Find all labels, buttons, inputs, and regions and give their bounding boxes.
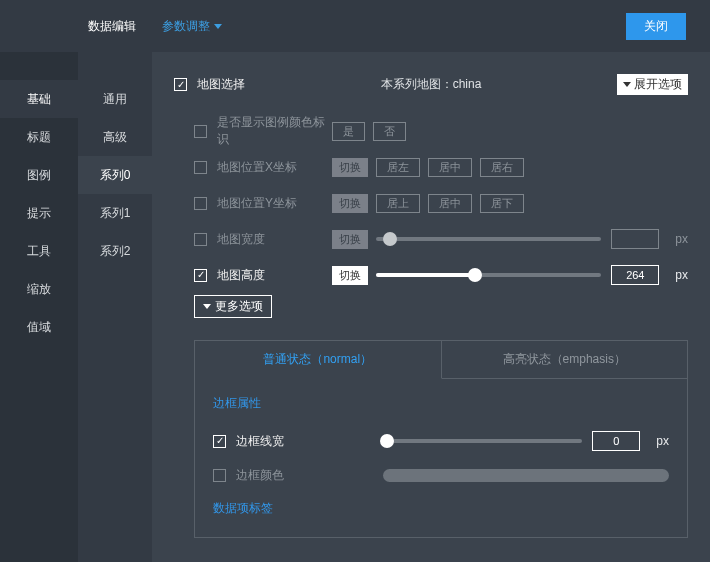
sidebar-item-title[interactable]: 标题 <box>0 118 78 156</box>
btn-toggle-posy[interactable]: 切换 <box>332 194 368 213</box>
row-pos-x: 地图位置X坐标 切换 居左 居中 居右 <box>194 149 688 185</box>
tab-param-label: 参数调整 <box>162 18 210 35</box>
sidebar-primary: 基础 标题 图例 提示 工具 缩放 值域 <box>0 52 78 562</box>
btn-toggle-width[interactable]: 切换 <box>332 230 368 249</box>
tab-state-normal[interactable]: 普通状态（normal） <box>195 341 442 379</box>
sidebar-item-tooltip[interactable]: 提示 <box>0 194 78 232</box>
btn-posx-center[interactable]: 居中 <box>428 158 472 177</box>
sidebar-item-range[interactable]: 值域 <box>0 308 78 346</box>
label-pos-y: 地图位置Y坐标 <box>217 195 297 212</box>
slider-map-height[interactable] <box>376 273 601 277</box>
sidebar2-item-advanced[interactable]: 高级 <box>78 118 152 156</box>
sidebar-secondary: 通用 高级 系列0 系列1 系列2 <box>78 52 152 562</box>
header-tabs: 数据编辑 参数调整 <box>88 18 222 35</box>
color-bar[interactable] <box>383 469 669 482</box>
header: 数据编辑 参数调整 关闭 <box>0 0 710 52</box>
label-border-color: 边框颜色 <box>236 467 284 484</box>
close-button[interactable]: 关闭 <box>626 13 686 40</box>
sidebar-item-tool[interactable]: 工具 <box>0 232 78 270</box>
unit-px: px <box>675 232 688 246</box>
app-root: 数据编辑 参数调整 关闭 基础 标题 图例 提示 工具 缩放 值域 通用 高级 … <box>0 0 710 562</box>
state-body: 边框属性 边框线宽 px <box>195 379 687 537</box>
btn-yes[interactable]: 是 <box>332 122 365 141</box>
btn-posx-right[interactable]: 居右 <box>480 158 524 177</box>
sidebar2-item-series0[interactable]: 系列0 <box>78 156 152 194</box>
caret-down-icon <box>203 304 211 309</box>
sidebar2-item-series2[interactable]: 系列2 <box>78 232 152 270</box>
input-map-height[interactable] <box>611 265 659 285</box>
main-panel: 地图选择 本系列地图：china 展开选项 是否显示图例颜色标识 是 否 <box>152 52 710 562</box>
label-pos-x: 地图位置X坐标 <box>217 159 297 176</box>
row-border-color: 边框颜色 <box>213 458 669 492</box>
checkbox-pos-x[interactable] <box>194 161 207 174</box>
input-map-width[interactable] <box>611 229 659 249</box>
btn-posy-center[interactable]: 居中 <box>428 194 472 213</box>
row-map-width: 地图宽度 切换 px <box>194 221 688 257</box>
sidebar-item-basic[interactable]: 基础 <box>0 80 78 118</box>
label-map-select: 地图选择 <box>197 76 245 93</box>
expand-label: 展开选项 <box>634 76 682 93</box>
btn-no[interactable]: 否 <box>373 122 406 141</box>
expand-options-button[interactable]: 展开选项 <box>617 74 688 95</box>
checkbox-border-color[interactable] <box>213 469 226 482</box>
state-panel: 普通状态（normal） 高亮状态（emphasis） 边框属性 边框线宽 <box>194 340 688 538</box>
border-section-title: 边框属性 <box>213 395 669 412</box>
tab-state-emphasis[interactable]: 高亮状态（emphasis） <box>442 341 688 379</box>
label-border-width: 边框线宽 <box>236 433 284 450</box>
btn-posy-bottom[interactable]: 居下 <box>480 194 524 213</box>
tab-data-edit[interactable]: 数据编辑 <box>88 18 136 35</box>
state-tabs: 普通状态（normal） 高亮状态（emphasis） <box>195 341 687 379</box>
checkbox-map-height[interactable] <box>194 269 207 282</box>
btn-toggle-height[interactable]: 切换 <box>332 266 368 285</box>
map-select-row: 地图选择 本系列地图：china 展开选项 <box>174 74 688 95</box>
current-map-text: 本系列地图：china <box>381 76 482 93</box>
label-map-width: 地图宽度 <box>217 231 265 248</box>
btn-posx-left[interactable]: 居左 <box>376 158 420 177</box>
caret-down-icon <box>214 24 222 29</box>
label-legend-color: 是否显示图例颜色标识 <box>217 114 332 148</box>
checkbox-legend-color[interactable] <box>194 125 207 138</box>
unit-px: px <box>656 434 669 448</box>
sidebar2-item-general[interactable]: 通用 <box>78 80 152 118</box>
tab-param-adjust[interactable]: 参数调整 <box>162 18 222 35</box>
btn-posy-top[interactable]: 居上 <box>376 194 420 213</box>
sidebar2-item-series1[interactable]: 系列1 <box>78 194 152 232</box>
row-legend-color: 是否显示图例颜色标识 是 否 <box>194 113 688 149</box>
sidebar-item-zoom[interactable]: 缩放 <box>0 270 78 308</box>
unit-px: px <box>675 268 688 282</box>
input-border-width[interactable] <box>592 431 640 451</box>
checkbox-pos-y[interactable] <box>194 197 207 210</box>
body: 基础 标题 图例 提示 工具 缩放 值域 通用 高级 系列0 系列1 系列2 地… <box>0 52 710 562</box>
caret-down-icon <box>623 82 631 87</box>
checkbox-border-width[interactable] <box>213 435 226 448</box>
sidebar-item-legend[interactable]: 图例 <box>0 156 78 194</box>
more-options-button[interactable]: 更多选项 <box>194 295 272 318</box>
options-group: 是否显示图例颜色标识 是 否 地图位置X坐标 切换 居左 居中 居右 <box>174 113 688 538</box>
slider-map-width[interactable] <box>376 237 601 241</box>
row-pos-y: 地图位置Y坐标 切换 居上 居中 居下 <box>194 185 688 221</box>
slider-knob[interactable] <box>380 434 394 448</box>
checkbox-map-select[interactable] <box>174 78 187 91</box>
slider-knob[interactable] <box>383 232 397 246</box>
slider-knob[interactable] <box>468 268 482 282</box>
btn-toggle-posx[interactable]: 切换 <box>332 158 368 177</box>
slider-border-width[interactable] <box>383 439 582 443</box>
row-border-width: 边框线宽 px <box>213 424 669 458</box>
checkbox-map-width[interactable] <box>194 233 207 246</box>
row-map-height: 地图高度 切换 px <box>194 257 688 293</box>
more-label: 更多选项 <box>215 298 263 315</box>
label-map-height: 地图高度 <box>217 267 265 284</box>
data-label-section-title: 数据项标签 <box>213 500 669 517</box>
